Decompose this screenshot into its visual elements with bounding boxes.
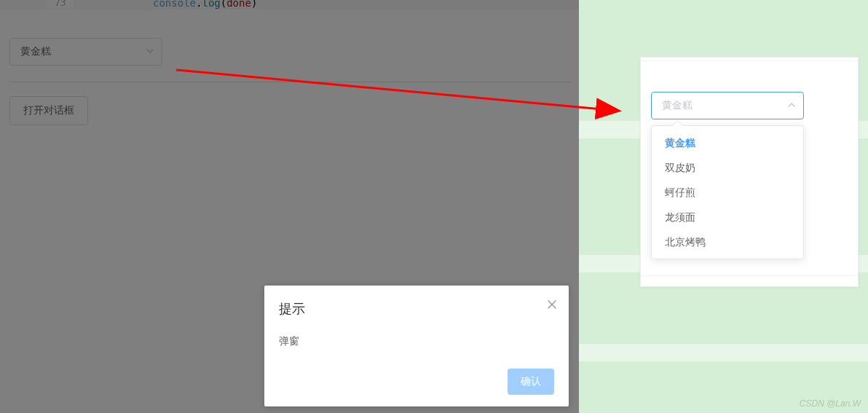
select-open[interactable]: 黄金糕 — [651, 92, 804, 119]
select-card-inner: 黄金糕 黄金糕 双皮奶 蚵仔煎 龙须面 北京烤鸭 — [641, 60, 858, 276]
dropdown-item[interactable]: 北京烤鸭 — [652, 229, 803, 254]
dropdown: 黄金糕 双皮奶 蚵仔煎 龙须面 北京烤鸭 — [651, 125, 804, 259]
dialog-title: 提示 — [279, 300, 554, 318]
dropdown-item[interactable]: 双皮奶 — [652, 155, 803, 180]
select-card: 黄金糕 黄金糕 双皮奶 蚵仔煎 龙须面 北京烤鸭 — [640, 57, 859, 287]
select-open-placeholder: 黄金糕 — [662, 99, 693, 112]
chevron-up-icon — [787, 100, 796, 111]
confirm-button[interactable]: 确认 — [508, 369, 554, 395]
dialog-footer: 确认 — [279, 369, 554, 395]
dropdown-item[interactable]: 黄金糕 — [652, 130, 803, 155]
dropdown-item[interactable]: 蚵仔煎 — [652, 180, 803, 205]
dialog-body: 弹窗 — [279, 335, 554, 348]
left-panel: 73 console.log(done) 黄金糕 打开对话框 提示 弹窗 确认 — [0, 0, 579, 413]
close-icon[interactable] — [547, 299, 557, 312]
background-stripe — [579, 344, 868, 361]
watermark: CSDN @Lan.W — [800, 398, 861, 409]
dropdown-item[interactable]: 龙须面 — [652, 205, 803, 229]
dialog: 提示 弹窗 确认 — [264, 286, 569, 406]
